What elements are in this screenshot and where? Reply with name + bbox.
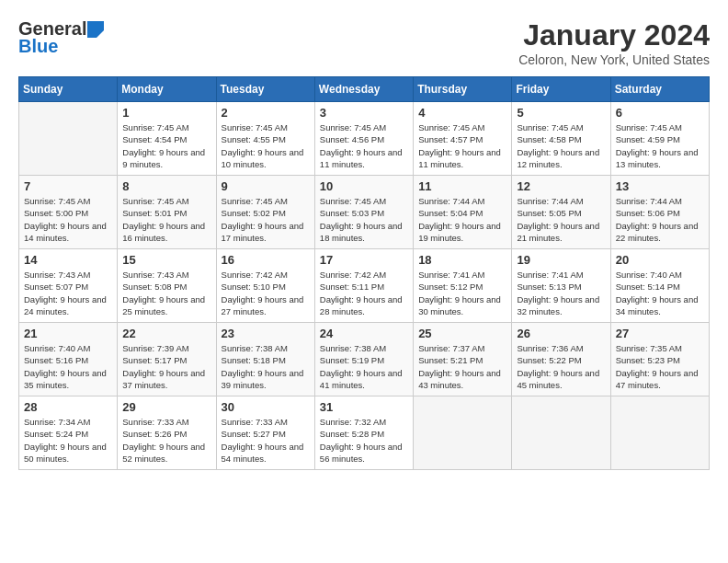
sunrise-text: Sunrise: 7:45 AM [320,195,408,207]
sunrise-text: Sunrise: 7:45 AM [320,121,408,133]
logo-icon [87,21,104,38]
sunset-text: Sunset: 5:26 PM [122,428,210,440]
sunrise-text: Sunrise: 7:43 AM [122,269,210,281]
calendar-header-row: SundayMondayTuesdayWednesdayThursdayFrid… [19,77,710,102]
sunset-text: Sunset: 5:12 PM [418,281,506,293]
daylight-text: Daylight: 9 hours and 10 minutes. [222,146,310,171]
location: Celoron, New York, United States [518,52,710,67]
sunrise-text: Sunrise: 7:45 AM [222,121,310,133]
daylight-text: Daylight: 9 hours and 11 minutes. [418,146,506,171]
calendar-cell: 19Sunrise: 7:41 AMSunset: 5:13 PMDayligh… [512,249,610,323]
calendar-cell: 26Sunrise: 7:36 AMSunset: 5:22 PMDayligh… [512,323,610,396]
day-info: Sunrise: 7:45 AMSunset: 5:00 PMDaylight:… [24,195,112,244]
sunset-text: Sunset: 5:08 PM [122,281,210,293]
calendar-table: SundayMondayTuesdayWednesdayThursdayFrid… [18,76,710,470]
sunset-text: Sunset: 5:10 PM [222,281,310,293]
day-number: 24 [320,327,408,340]
day-number: 26 [517,327,605,340]
sunrise-text: Sunrise: 7:38 AM [320,342,408,354]
day-number: 15 [122,253,210,267]
calendar-cell: 12Sunrise: 7:44 AMSunset: 5:05 PMDayligh… [512,176,610,249]
day-info: Sunrise: 7:45 AMSunset: 5:02 PMDaylight:… [222,195,310,244]
day-info: Sunrise: 7:35 AMSunset: 5:23 PMDaylight:… [616,342,704,391]
sunrise-text: Sunrise: 7:42 AM [222,269,310,281]
day-number: 3 [320,106,408,120]
sunrise-text: Sunrise: 7:45 AM [24,195,112,207]
day-number: 27 [616,327,704,340]
sunrise-text: Sunrise: 7:37 AM [418,342,506,354]
sunset-text: Sunset: 5:03 PM [320,207,408,219]
sunset-text: Sunset: 5:27 PM [222,428,310,440]
calendar-cell: 17Sunrise: 7:42 AMSunset: 5:11 PMDayligh… [314,249,413,323]
day-info: Sunrise: 7:32 AMSunset: 5:28 PMDaylight:… [320,416,408,465]
daylight-text: Daylight: 9 hours and 47 minutes. [616,367,704,392]
sunset-text: Sunset: 4:57 PM [418,133,506,145]
daylight-text: Daylight: 9 hours and 45 minutes. [517,367,605,392]
day-info: Sunrise: 7:42 AMSunset: 5:10 PMDaylight:… [222,269,310,317]
sunset-text: Sunset: 5:18 PM [222,354,310,366]
logo-blue: Blue [18,36,58,57]
daylight-text: Daylight: 9 hours and 34 minutes. [616,293,704,318]
day-info: Sunrise: 7:40 AMSunset: 5:16 PMDaylight:… [24,342,112,391]
calendar-cell: 7Sunrise: 7:45 AMSunset: 5:00 PMDaylight… [19,176,118,249]
daylight-text: Daylight: 9 hours and 21 minutes. [517,220,605,245]
sunset-text: Sunset: 4:58 PM [517,133,605,145]
daylight-text: Daylight: 9 hours and 52 minutes. [122,441,210,465]
sunrise-text: Sunrise: 7:33 AM [222,416,310,428]
sunrise-text: Sunrise: 7:32 AM [320,416,408,428]
calendar-cell: 4Sunrise: 7:45 AMSunset: 4:57 PMDaylight… [414,102,512,176]
day-info: Sunrise: 7:39 AMSunset: 5:17 PMDaylight:… [122,342,210,391]
daylight-text: Daylight: 9 hours and 9 minutes. [122,146,210,171]
sunrise-text: Sunrise: 7:45 AM [122,121,210,133]
sunset-text: Sunset: 5:22 PM [517,354,605,366]
sunset-text: Sunset: 5:05 PM [517,207,605,219]
sunrise-text: Sunrise: 7:40 AM [24,342,112,354]
sunrise-text: Sunrise: 7:45 AM [418,121,506,133]
calendar-cell: 13Sunrise: 7:44 AMSunset: 5:06 PMDayligh… [610,176,709,249]
calendar-cell: 23Sunrise: 7:38 AMSunset: 5:18 PMDayligh… [216,323,314,396]
calendar-week-row: 1Sunrise: 7:45 AMSunset: 4:54 PMDaylight… [19,102,710,176]
day-info: Sunrise: 7:45 AMSunset: 4:56 PMDaylight:… [320,121,408,170]
daylight-text: Daylight: 9 hours and 32 minutes. [517,293,605,318]
day-info: Sunrise: 7:41 AMSunset: 5:13 PMDaylight:… [517,269,605,317]
day-of-week-header: Tuesday [216,77,314,102]
day-number: 13 [616,179,704,193]
sunrise-text: Sunrise: 7:45 AM [122,195,210,207]
sunset-text: Sunset: 5:21 PM [418,354,506,366]
sunrise-text: Sunrise: 7:44 AM [517,195,605,207]
day-info: Sunrise: 7:37 AMSunset: 5:21 PMDaylight:… [418,342,506,391]
daylight-text: Daylight: 9 hours and 19 minutes. [418,220,506,245]
day-info: Sunrise: 7:44 AMSunset: 5:05 PMDaylight:… [517,195,605,244]
calendar-cell: 20Sunrise: 7:40 AMSunset: 5:14 PMDayligh… [610,249,709,323]
day-info: Sunrise: 7:36 AMSunset: 5:22 PMDaylight:… [517,342,605,391]
daylight-text: Daylight: 9 hours and 22 minutes. [616,220,704,245]
sunset-text: Sunset: 5:02 PM [222,207,310,219]
sunset-text: Sunset: 4:54 PM [122,133,210,145]
day-number: 25 [418,327,506,340]
day-of-week-header: Monday [118,77,216,102]
calendar-week-row: 7Sunrise: 7:45 AMSunset: 5:00 PMDaylight… [19,176,710,249]
calendar-body: 1Sunrise: 7:45 AMSunset: 4:54 PMDaylight… [19,102,710,470]
daylight-text: Daylight: 9 hours and 27 minutes. [222,293,310,318]
calendar-cell: 6Sunrise: 7:45 AMSunset: 4:59 PMDaylight… [610,102,709,176]
daylight-text: Daylight: 9 hours and 13 minutes. [616,146,704,171]
calendar-cell: 8Sunrise: 7:45 AMSunset: 5:01 PMDaylight… [118,176,216,249]
day-info: Sunrise: 7:45 AMSunset: 5:01 PMDaylight:… [122,195,210,244]
day-info: Sunrise: 7:33 AMSunset: 5:26 PMDaylight:… [122,416,210,465]
sunrise-text: Sunrise: 7:45 AM [616,121,704,133]
day-number: 10 [320,179,408,193]
daylight-text: Daylight: 9 hours and 28 minutes. [320,293,408,318]
sunrise-text: Sunrise: 7:34 AM [24,416,112,428]
calendar-cell: 10Sunrise: 7:45 AMSunset: 5:03 PMDayligh… [314,176,413,249]
day-info: Sunrise: 7:44 AMSunset: 5:04 PMDaylight:… [418,195,506,244]
calendar-cell: 2Sunrise: 7:45 AMSunset: 4:55 PMDaylight… [216,102,314,176]
daylight-text: Daylight: 9 hours and 37 minutes. [122,367,210,392]
day-info: Sunrise: 7:34 AMSunset: 5:24 PMDaylight:… [24,416,112,465]
sunrise-text: Sunrise: 7:38 AM [222,342,310,354]
daylight-text: Daylight: 9 hours and 12 minutes. [517,146,605,171]
day-number: 20 [616,253,704,267]
calendar-cell: 28Sunrise: 7:34 AMSunset: 5:24 PMDayligh… [19,396,118,470]
day-number: 29 [122,400,210,414]
calendar-cell: 1Sunrise: 7:45 AMSunset: 4:54 PMDaylight… [118,102,216,176]
logo: General Blue [18,18,105,57]
